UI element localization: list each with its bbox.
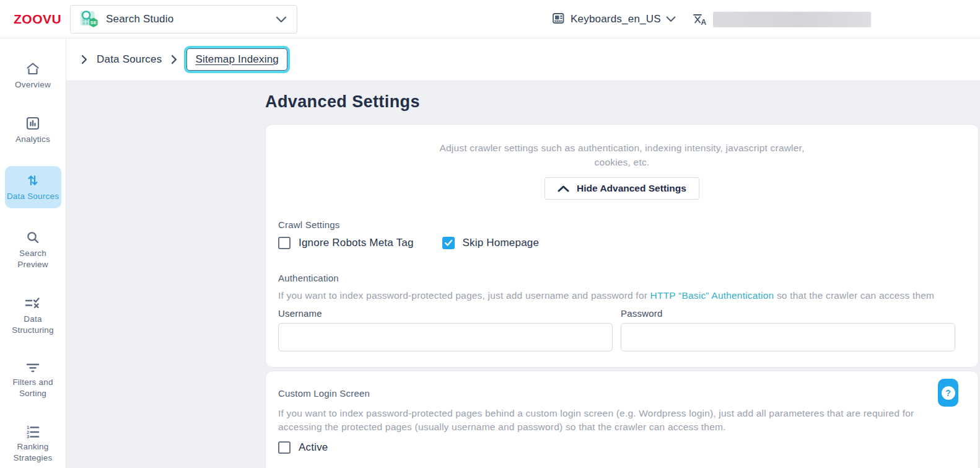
search-studio-app-icon: SE [78,7,99,31]
sidebar-item-search-preview[interactable]: Search Preview [5,226,61,274]
checkbox-checked-icon [442,237,455,249]
password-label: Password [621,308,963,319]
checkbox-label: Ignore Robots Meta Tag [299,237,414,249]
sidebar-item-overview[interactable]: Overview [5,57,61,94]
search-icon [25,229,41,245]
filter-icon [25,361,41,374]
data-sources-icon [25,172,41,188]
sidebar-item-label: Search Preview [6,248,60,270]
sidebar-item-label: Filters and Sorting [6,377,60,399]
data-structuring-icon [24,295,42,311]
keyboard-icon [551,11,566,28]
workspace-switcher[interactable]: Keyboards_en_US A [551,0,871,38]
sidebar-item-label: Ranking Strategies [6,441,60,464]
checkbox-unchecked-icon [278,441,291,454]
app-picker-dropdown[interactable]: SE Search Studio [70,5,297,33]
sidebar-item-filters-sorting[interactable]: Filters and Sorting [5,357,61,403]
crawl-settings-label: Crawl Settings [278,219,966,230]
app-screen: zoovu SE Search Studio [0,0,980,468]
skip-homepage-checkbox[interactable]: Skip Homepage [442,237,540,249]
question-mark-icon: ? [942,386,955,400]
ranking-icon: 1 2 3 [25,424,41,439]
svg-text:A: A [701,18,706,27]
main-content: Advanced Settings Adjust crawler setting… [66,81,980,468]
authentication-description: If you want to index password-protected … [278,289,966,302]
intro-line-2: cookies, etc. [278,155,966,169]
translate-icon[interactable]: A [692,12,708,27]
svg-text:3: 3 [27,434,29,439]
sidebar-nav: Overview Analytics [0,38,66,468]
sidebar-item-label: Data Sources [7,191,59,202]
intro-line-1: Adjust crawler settings such as authenti… [278,141,966,155]
sidebar-item-label: Analytics [15,134,50,145]
authentication-label: Authentication [278,273,966,283]
sidebar-item-ranking-strategies[interactable]: 1 2 3 Ranking Strategies [5,420,61,467]
hide-advanced-settings-button[interactable]: Hide Advanced Settings [545,177,699,200]
page-title: Advanced Settings [265,92,980,112]
chevron-right-icon [171,55,177,64]
home-icon [25,61,41,77]
auth-desc-after: so that the crawler can access them [774,290,934,301]
chevron-up-icon [558,185,569,192]
workspace-label: Keyboards_en_US [571,13,661,25]
svg-text:SE: SE [90,20,97,25]
analytics-icon [25,115,41,131]
sidebar-item-data-sources[interactable]: Data Sources [5,166,61,208]
http-basic-auth-link[interactable]: HTTP “Basic” Authentication [650,290,774,301]
intro-text: Adjust crawler settings such as authenti… [278,141,966,169]
advanced-settings-card: Adjust crawler settings such as authenti… [265,124,979,368]
breadcrumb-data-sources[interactable]: Data Sources [97,53,162,66]
auth-desc-before: If you want to index password-protected … [278,290,650,301]
custom-login-screen-label: Custom Login Screen [278,388,966,399]
chevron-down-icon [276,16,287,23]
sidebar-item-label: Data Structuring [6,314,60,336]
sidebar-item-label: Overview [15,79,51,91]
checkbox-label: Skip Homepage [463,237,540,249]
username-input[interactable] [278,323,613,351]
help-button[interactable]: ? [938,379,958,407]
password-input[interactable] [621,323,955,351]
sidebar-item-data-structuring[interactable]: Data Structuring [5,291,61,340]
checkbox-label: Active [299,441,328,454]
active-checkbox[interactable]: Active [278,441,966,454]
custom-login-description: If you want to index password-protected … [278,407,941,433]
redacted-user-info [713,12,871,27]
zoovu-logo[interactable]: zoovu [14,0,61,38]
chevron-down-icon [666,16,676,22]
checkbox-unchecked-icon [278,237,291,249]
hide-advanced-settings-label: Hide Advanced Settings [577,183,686,194]
chevron-right-icon [81,55,87,64]
breadcrumb: Data Sources Sitemap Indexing [66,38,980,81]
sidebar-item-analytics[interactable]: Analytics [5,112,61,149]
ignore-robots-meta-tag-checkbox[interactable]: Ignore Robots Meta Tag [278,237,414,249]
username-label: Username [278,308,621,319]
breadcrumb-sitemap-indexing[interactable]: Sitemap Indexing [186,48,287,71]
app-picker-label: Search Studio [106,13,173,25]
top-bar: zoovu SE Search Studio [0,0,980,38]
breadcrumb-current-label: Sitemap Indexing [195,53,279,65]
custom-login-card: Custom Login Screen If you want to index… [265,371,979,468]
